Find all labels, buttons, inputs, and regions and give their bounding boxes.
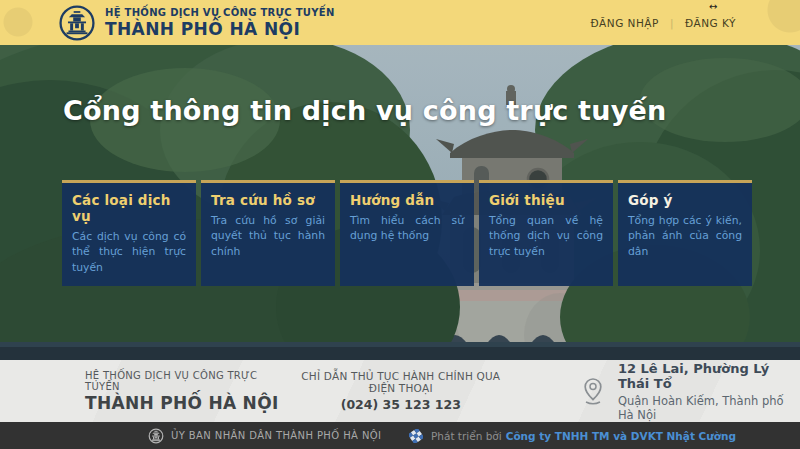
- bottom-bar-agency: ỦY BAN NHÂN DÂN THÀNH PHỐ HÀ NỘI: [148, 428, 381, 444]
- card-service-types[interactable]: Các loại dịch vụ Các dịch vụ công có thể…: [62, 180, 196, 286]
- page-title: Cổng thông tin dịch vụ công trực tuyến: [63, 95, 666, 126]
- footer-address-line1: 12 Lê Lai, Phường Lý Thái Tổ: [618, 361, 800, 391]
- footer-brand-line2: THÀNH PHỐ HÀ NỘI: [85, 393, 290, 413]
- footer-address: 12 Lê Lai, Phường Lý Thái Tổ Quận Hoàn K…: [580, 361, 800, 422]
- footer-address-line2: Quận Hoàn Kiếm, Thành phố Hà Nội: [618, 394, 800, 422]
- agency-name: ỦY BAN NHÂN DÂN THÀNH PHỐ HÀ NỘI: [171, 430, 381, 441]
- checkered-flag-icon: [409, 429, 423, 443]
- brand-text: HỆ THỐNG DỊCH VỤ CÔNG TRỰC TUYẾN THÀNH P…: [105, 7, 335, 39]
- header: HỆ THỐNG DỊCH VỤ CÔNG TRỰC TUYẾN THÀNH P…: [0, 0, 800, 45]
- card-guide[interactable]: Hướng dẫn Tìm hiểu cách sử dụng hệ thống: [340, 180, 474, 286]
- card-title: Tra cứu hồ sơ: [211, 192, 325, 208]
- card-feedback[interactable]: Góp ý Tổng hợp các ý kiến, phản ánh của …: [618, 180, 752, 286]
- card-title: Góp ý: [628, 192, 742, 208]
- brand-line2: THÀNH PHỐ HÀ NỘI: [105, 19, 335, 39]
- footer: HỆ THỐNG DỊCH VỤ CÔNG TRỰC TUYẾN THÀNH P…: [0, 360, 800, 422]
- developed-by-label: Phát triển bởi: [431, 430, 502, 442]
- login-button[interactable]: ĐĂNG NHẬP: [590, 17, 658, 29]
- card-description: Tổng hợp các ý kiến, phản ánh của công d…: [628, 213, 742, 259]
- card-description: Tìm hiểu cách sử dụng hệ thống: [350, 213, 464, 244]
- card-description: Tra cứu hồ sơ giải quyết thủ tục hành ch…: [211, 213, 325, 259]
- card-description: Tổng quan về hệ thống dịch vụ công trực …: [489, 213, 603, 259]
- quick-links-cards: Các loại dịch vụ Các dịch vụ công có thể…: [62, 180, 752, 286]
- footer-phone-number: (024) 35 123 123: [290, 397, 512, 412]
- footer-brand-line1: HỆ THỐNG DỊCH VỤ CÔNG TRỰC TUYẾN: [85, 370, 290, 392]
- card-title: Giới thiệu: [489, 192, 603, 208]
- khue-van-cac-emblem-icon-small: [148, 428, 164, 444]
- khue-van-cac-emblem-icon: [58, 4, 96, 42]
- footer-hotline-label: CHỈ DẪN THỦ TỤC HÀNH CHÍNH QUA ĐIỆN THOẠ…: [290, 370, 512, 394]
- bottom-bar: ỦY BAN NHÂN DÂN THÀNH PHỐ HÀ NỘI Phát tr…: [0, 422, 800, 449]
- card-record-lookup[interactable]: Tra cứu hồ sơ Tra cứu hồ sơ giải quyết t…: [201, 180, 335, 286]
- footer-brand: HỆ THỐNG DỊCH VỤ CÔNG TRỰC TUYẾN THÀNH P…: [85, 370, 290, 413]
- register-button[interactable]: ĐĂNG KÝ: [685, 17, 736, 29]
- footer-address-text: 12 Lê Lai, Phường Lý Thái Tổ Quận Hoàn K…: [618, 361, 800, 422]
- card-introduction[interactable]: Giới thiệu Tổng quan về hệ thống dịch vụ…: [479, 180, 613, 286]
- page: HỆ THỐNG DỊCH VỤ CÔNG TRỰC TUYẾN THÀNH P…: [0, 0, 800, 449]
- card-title: Các loại dịch vụ: [72, 192, 186, 224]
- developer-link[interactable]: Công ty TNHH TM và DVKT Nhật Cường: [506, 430, 736, 442]
- bottom-bar-developer: Phát triển bởi Công ty TNHH TM và DVKT N…: [409, 429, 736, 443]
- location-pin-icon: [580, 376, 606, 406]
- brand-home-link[interactable]: HỆ THỐNG DỊCH VỤ CÔNG TRỰC TUYẾN THÀNH P…: [58, 4, 335, 42]
- card-title: Hướng dẫn: [350, 192, 464, 208]
- hero-section: Cổng thông tin dịch vụ công trực tuyến C…: [0, 45, 800, 360]
- brand-line1: HỆ THỐNG DỊCH VỤ CÔNG TRỰC TUYẾN: [105, 7, 335, 18]
- double-arrow-icon: ↔: [709, 1, 717, 12]
- footer-hotline: CHỈ DẪN THỦ TỤC HÀNH CHÍNH QUA ĐIỆN THOẠ…: [290, 370, 512, 412]
- auth-divider: |: [670, 17, 674, 29]
- card-description: Các dịch vụ công có thể thực hiện trực t…: [72, 229, 186, 275]
